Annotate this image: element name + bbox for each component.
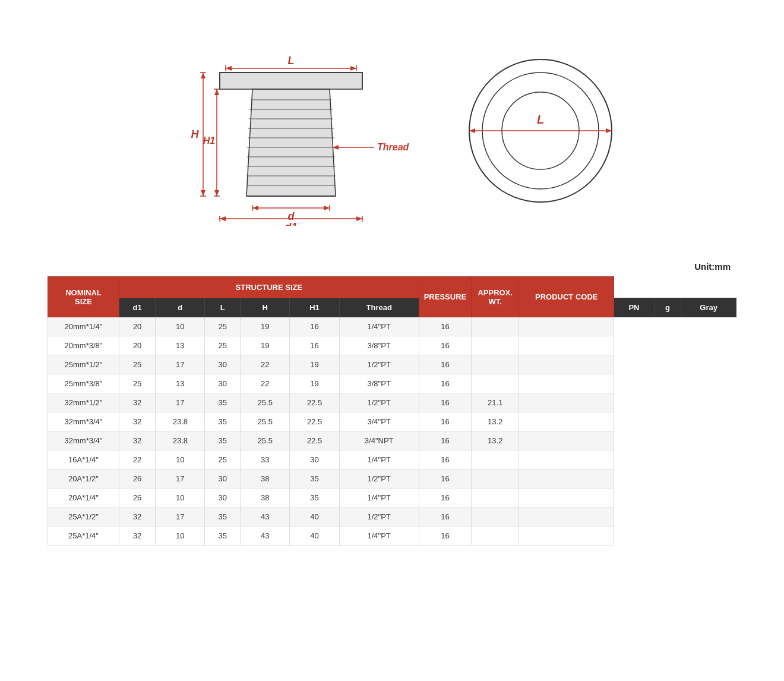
table-cell: 22 [241,374,290,393]
table-cell: 16 [419,469,472,488]
table-cell: 1/4"PT [339,488,419,507]
table-header-row-1: NOMINALSIZE STRUCTURE SIZE PRESSURE APPR… [48,277,736,298]
sub-header-PN: PN [614,298,655,317]
table-cell: 10 [156,488,205,507]
table-cell: 43 [241,507,290,526]
table-cell: 38 [241,488,290,507]
table-cell: 30 [290,450,339,469]
svg-marker-40 [252,206,258,210]
table-cell: 1/2"PT [339,507,419,526]
sub-header-d1: d1 [119,298,156,317]
table-cell: 25.5 [241,393,290,412]
table-cell: 25 [205,336,241,355]
table-cell: 16 [419,336,472,355]
top-view-diagram: L [457,48,624,214]
svg-text:L: L [288,55,295,67]
table-cell: 25.5 [241,431,290,450]
table-row: 25A*1/4"32103543401/4"PT16 [48,526,736,546]
svg-rect-6 [220,72,362,89]
table-cell: 35 [205,412,241,431]
svg-text:L: L [537,113,544,126]
sub-header-H: H [241,298,290,317]
table-cell: 21.1 [472,393,519,412]
table-cell: 25 [119,355,156,374]
sub-header-gray: Gray [681,298,736,317]
table-cell: 25 [205,450,241,469]
table-cell: 17 [156,469,205,488]
table-cell [519,488,614,507]
table-cell: 26 [119,488,156,507]
table-cell: 35 [205,393,241,412]
table-cell: 32 [119,393,156,412]
diagram-section: L [48,24,736,238]
table-cell: 32 [119,526,156,546]
table-cell: 1/4"PT [339,317,419,336]
table-row: 25mm*3/8"25133022193/8"PT16 [48,374,736,393]
table-cell: 22.5 [290,393,339,412]
table-cell: 23.8 [156,412,205,431]
svg-text:d: d [288,210,295,222]
svg-text:H: H [191,128,200,140]
header-nominal-size: NOMINALSIZE [48,277,119,317]
table-cell [472,317,519,336]
table-cell: 20mm*1/4" [48,317,119,336]
svg-marker-47 [356,216,362,221]
table-cell: 3/4"PT [339,412,419,431]
table-cell: 30 [205,374,241,393]
table-cell: 25A*1/2" [48,507,119,526]
table-cell: 22 [119,450,156,469]
table-cell [519,431,614,450]
table-cell [472,336,519,355]
table-cell: 35 [290,488,339,507]
sub-header-d: d [156,298,205,317]
table-cell: 19 [241,317,290,336]
table-body: 20mm*1/4"20102519161/4"PT1620mm*3/8"2013… [48,317,736,546]
table-cell: 17 [156,393,205,412]
sub-header-g: g [654,298,681,317]
header-product-code: PRODUCT CODE [519,277,614,317]
table-row: 20A*1/4"26103038351/4"PT16 [48,488,736,507]
table-cell: 20mm*3/8" [48,336,119,355]
header-approx-wt: APPROX.WT. [472,277,519,317]
table-cell: 20A*1/2" [48,469,119,488]
table-cell: 1/4"PT [339,450,419,469]
table-row: 32mm*1/2"32173525.522.51/2"PT1621.1 [48,393,736,412]
table-row: 20mm*3/8"20132519163/8"PT16 [48,336,736,355]
table-cell: 16 [419,374,472,393]
sub-header-thread: Thread [339,298,419,317]
table-cell [519,412,614,431]
table-cell: 3/8"PT [339,374,419,393]
table-cell: 16 [419,355,472,374]
table-row: 32mm*3/4"3223.83525.522.53/4"NPT1613.2 [48,431,736,450]
table-cell: 16 [419,450,472,469]
unit-label: Unit:mm [48,261,736,272]
table-cell: 35 [205,507,241,526]
table-sub-header-row: d1 d L H H1 Thread PN g Gray [48,298,736,317]
table-cell [519,374,614,393]
svg-text:Thread: Thread [377,142,410,152]
table-cell: 35 [205,526,241,546]
table-cell [472,469,519,488]
table-cell: 3/4"NPT [339,431,419,450]
table-cell: 1/2"PT [339,355,419,374]
table-cell: 16 [419,393,472,412]
table-row: 25mm*1/2"25173022191/2"PT16 [48,355,736,374]
svg-marker-3 [226,66,232,71]
table-cell: 25mm*3/8" [48,374,119,393]
table-cell: 33 [241,450,290,469]
svg-marker-4 [350,66,356,71]
table-cell [472,488,519,507]
svg-marker-46 [220,216,226,221]
svg-marker-29 [201,190,206,196]
table-cell: 19 [290,355,339,374]
table-cell: 30 [205,488,241,507]
table-cell [519,336,614,355]
table-cell [519,450,614,469]
svg-marker-35 [214,190,219,196]
table-cell: 13.2 [472,412,519,431]
table-cell: 40 [290,507,339,526]
table-row: 20A*1/2"26173038351/2"PT16 [48,469,736,488]
table-cell: 10 [156,526,205,546]
table-cell: 32mm*3/4" [48,431,119,450]
table-cell: 25 [205,317,241,336]
